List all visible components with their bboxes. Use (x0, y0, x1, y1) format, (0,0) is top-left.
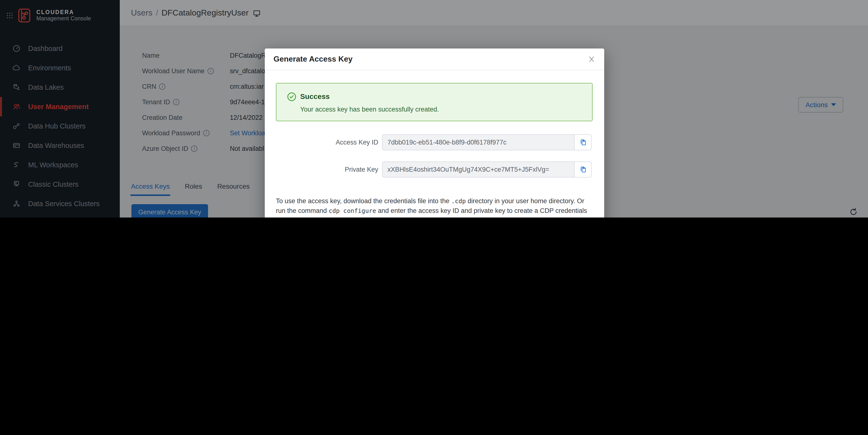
code-cdp-dir: .cdp (451, 197, 466, 205)
access-key-id-row: Access Key ID 7dbb019c-eb51-480e-b8f9-d0… (265, 134, 604, 150)
copy-icon[interactable] (574, 134, 592, 150)
app-window: CLOUDERA Management Console Dashboard En… (0, 0, 868, 218)
private-key-field[interactable]: xXBHlsE4oshirt34OuTMgUg74X9C+ce7MT5+J5Fx… (382, 161, 574, 178)
private-key-label: Private Key (265, 166, 378, 173)
generate-access-key-modal: Generate Access Key Success Your access … (265, 49, 604, 218)
success-alert: Success Your access key has been success… (276, 83, 593, 121)
copy-icon[interactable] (574, 161, 592, 178)
close-icon[interactable] (588, 55, 595, 63)
instructions-text: To use the access key, download the cred… (276, 196, 594, 218)
alert-title: Success (300, 92, 330, 100)
access-key-id-label: Access Key ID (265, 139, 378, 146)
modal-header: Generate Access Key (265, 49, 604, 70)
private-key-row: Private Key xXBHlsE4oshirt34OuTMgUg74X9C… (265, 161, 604, 178)
alert-message: Your access key has been successfully cr… (300, 106, 439, 113)
code-cdp-configure: cdp configure (329, 207, 376, 214)
access-key-id-field[interactable]: 7dbb019c-eb51-480e-b8f9-d0f6178f977c (382, 134, 574, 150)
check-circle-icon (287, 92, 297, 102)
modal-title: Generate Access Key (274, 55, 352, 64)
